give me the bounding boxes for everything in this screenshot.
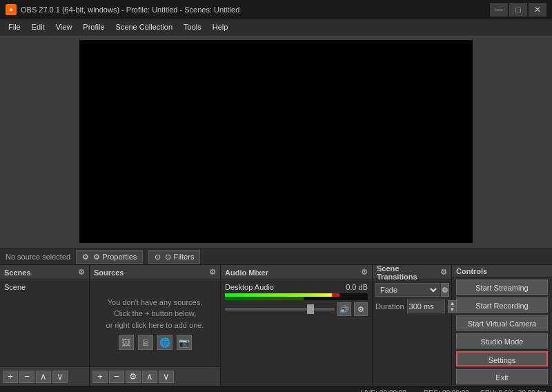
duration-label: Duration: [375, 302, 404, 311]
menu-tools[interactable]: Tools: [178, 19, 207, 35]
rec-status: ● REC: 00:00:00: [417, 389, 469, 392]
preview-area: [0, 35, 552, 248]
audio-settings-button[interactable]: ⚙: [354, 302, 368, 316]
sources-footer: + − ⚙ ∧ ∨: [90, 366, 220, 386]
sources-remove-button[interactable]: −: [109, 371, 124, 383]
audio-track-header: Desktop Audio 0.0 dB: [225, 283, 368, 291]
audio-meter: [225, 293, 368, 300]
live-label: LIVE:: [361, 389, 377, 392]
source-selected-text: No source selected: [6, 253, 70, 261]
audio-track-name: Desktop Audio: [225, 283, 274, 291]
filters-button[interactable]: ⊙ ⊙ Filters: [148, 250, 200, 264]
start-recording-button[interactable]: Start Recording: [456, 297, 548, 313]
audio-slider-thumb[interactable]: [307, 304, 314, 314]
live-time: 00:00:00: [379, 389, 406, 392]
close-button[interactable]: ✕: [529, 3, 546, 17]
audio-header-icons: ⚙: [361, 268, 368, 277]
properties-button[interactable]: ⚙ ⚙ Properties: [76, 250, 143, 264]
audio-config-icon[interactable]: ⚙: [361, 268, 368, 277]
display-source-icon: 🖥: [138, 335, 153, 350]
scenes-list: Scene: [0, 280, 89, 366]
duration-row: Duration ▲ ▼: [373, 298, 451, 315]
audio-panel: Audio Mixer ⚙ Desktop Audio 0.0 dB 🔊: [221, 265, 373, 386]
camera-source-icon: 📷: [177, 335, 192, 350]
scenes-down-button[interactable]: ∨: [52, 371, 68, 383]
start-streaming-button[interactable]: Start Streaming: [456, 280, 548, 295]
minimize-button[interactable]: —: [490, 3, 508, 17]
source-type-icons: 🖼 🖥 🌐 📷: [119, 335, 192, 350]
sources-add-button[interactable]: +: [92, 371, 108, 383]
rec-label: REC:: [424, 389, 440, 392]
scenes-panel-header: Scenes ⚙: [0, 265, 89, 280]
scenes-remove-button[interactable]: −: [19, 371, 34, 383]
scenes-up-button[interactable]: ∧: [36, 371, 51, 383]
transition-settings-button[interactable]: ⚙: [441, 283, 449, 297]
app-icon: ●: [6, 4, 17, 15]
menu-help[interactable]: Help: [207, 19, 234, 35]
transitions-panel-header: Scene Transitions ⚙: [373, 265, 451, 280]
title-bar-left: ● OBS 27.0.1 (64-bit, windows) - Profile…: [6, 4, 239, 15]
menu-edit[interactable]: Edit: [26, 19, 50, 35]
window-title: OBS 27.0.1 (64-bit, windows) - Profile: …: [21, 6, 239, 14]
start-virtual-camera-button[interactable]: Start Virtual Camera: [456, 315, 548, 331]
scenes-header-icons: ⚙: [78, 268, 85, 277]
scenes-config-icon[interactable]: ⚙: [78, 268, 85, 277]
filter-icon: ⊙: [155, 253, 161, 262]
maximize-button[interactable]: □: [509, 3, 527, 17]
menu-bar: File Edit View Profile Scene Collection …: [0, 19, 552, 35]
menu-view[interactable]: View: [50, 19, 78, 35]
sources-header-icons: ⚙: [209, 268, 216, 277]
scenes-footer: + − ∧ ∨: [0, 366, 89, 386]
audio-meter-yellow: [310, 293, 332, 297]
status-bar: ● LIVE: 00:00:00 ● REC: 00:00:00 CPU: 0.…: [0, 386, 552, 392]
title-bar: ● OBS 27.0.1 (64-bit, windows) - Profile…: [0, 0, 552, 19]
menu-file[interactable]: File: [3, 19, 26, 35]
audio-mute-button[interactable]: 🔊: [337, 302, 351, 316]
transition-type-select[interactable]: Fade Cut Swipe Slide Stinger Fade to Col…: [375, 283, 440, 297]
sources-empty-message: You don't have any sources. Click the + …: [90, 280, 220, 366]
scenes-add-button[interactable]: +: [3, 371, 18, 383]
sources-empty-line2: Click the + button below,: [114, 308, 197, 320]
cpu-status: CPU: 0.6%, 30.00 fps: [480, 389, 546, 392]
scenes-panel: Scenes ⚙ Scene + − ∧ ∨: [0, 265, 90, 386]
duration-input[interactable]: [407, 300, 445, 313]
preview-canvas: [79, 40, 473, 243]
controls-panel-header: Controls: [452, 265, 552, 278]
live-status: ● LIVE: 00:00:00: [354, 389, 406, 392]
window-controls: — □ ✕: [490, 3, 546, 17]
sources-down-button[interactable]: ∨: [159, 371, 174, 383]
audio-meter-line2: [225, 297, 304, 300]
audio-panel-header: Audio Mixer ⚙: [221, 265, 372, 280]
cpu-label: CPU: 0.6%, 30.00 fps: [480, 389, 546, 392]
transitions-header-icons: ⚙: [440, 268, 447, 277]
audio-controls-row: 🔊 ⚙: [225, 302, 368, 316]
sources-config-icon[interactable]: ⚙: [209, 268, 216, 277]
sources-panel: Sources ⚙ You don't have any sources. Cl…: [90, 265, 221, 386]
sources-panel-header: Sources ⚙: [90, 265, 220, 280]
studio-mode-button[interactable]: Studio Mode: [456, 333, 548, 349]
audio-header-label: Audio Mixer: [225, 268, 268, 277]
transitions-panel: Scene Transitions ⚙ Fade Cut Swipe Slide…: [373, 265, 452, 386]
source-bar: No source selected ⚙ ⚙ Properties ⊙ ⊙ Fi…: [0, 248, 552, 265]
audio-track-desktop: Desktop Audio 0.0 dB 🔊 ⚙: [221, 280, 372, 319]
scenes-header-label: Scenes: [4, 268, 31, 277]
controls-panel: Controls Start Streaming Start Recording…: [452, 265, 552, 386]
sources-empty-line1: You don't have any sources.: [108, 297, 202, 308]
exit-button[interactable]: Exit: [456, 369, 548, 384]
settings-button[interactable]: Settings: [456, 351, 548, 366]
rec-indicator: ●: [417, 389, 422, 392]
sources-up-button[interactable]: ∧: [142, 371, 157, 383]
transition-select-row: Fade Cut Swipe Slide Stinger Fade to Col…: [373, 280, 451, 298]
sources-settings-button[interactable]: ⚙: [126, 371, 141, 383]
image-source-icon: 🖼: [119, 335, 134, 350]
scene-item[interactable]: Scene: [1, 282, 88, 293]
menu-profile[interactable]: Profile: [77, 19, 110, 35]
sources-header-label: Sources: [94, 268, 124, 277]
rec-time: 00:00:00: [442, 389, 469, 392]
audio-meter-red: [332, 293, 339, 297]
gear-icon: ⚙: [82, 253, 89, 262]
transitions-config-icon[interactable]: ⚙: [440, 268, 447, 277]
audio-volume-slider[interactable]: [225, 308, 335, 311]
bottom-panels: Scenes ⚙ Scene + − ∧ ∨ Sources ⚙ You don…: [0, 265, 552, 386]
menu-scene-collection[interactable]: Scene Collection: [110, 19, 179, 35]
